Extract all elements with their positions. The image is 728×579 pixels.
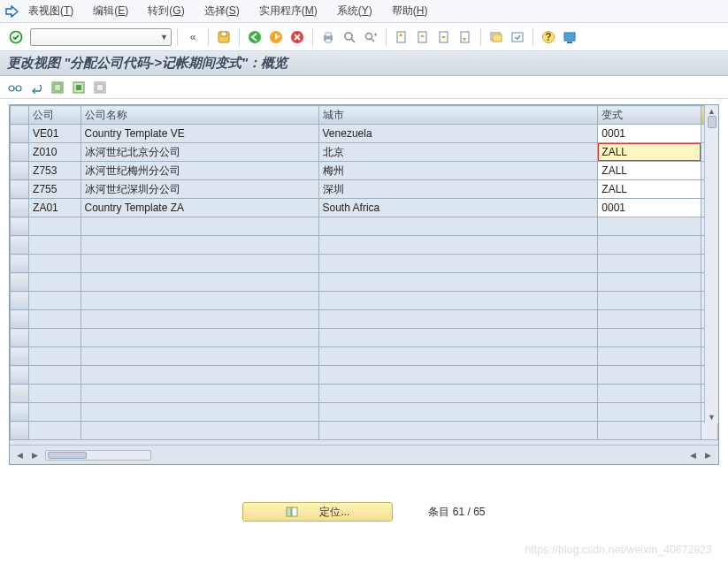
menu-utilities[interactable]: 实用程序(M) [259,4,318,19]
svg-rect-2 [221,32,226,36]
cell-variant[interactable]: ZALL [598,143,701,162]
svg-point-10 [366,33,372,39]
first-page-icon[interactable] [392,27,411,47]
create-session-icon[interactable] [487,27,506,47]
cell-city[interactable]: 深圳 [318,180,598,199]
glasses-icon[interactable] [7,80,23,95]
cell-city[interactable]: Venezuela [318,125,598,143]
table-row[interactable]: Z753 冰河世纪梅州分公司 梅州 ZALL [11,162,718,180]
menu-help[interactable]: 帮助(H) [392,4,428,19]
shortcut-icon[interactable] [508,27,527,47]
undo-icon[interactable] [28,80,44,95]
table-row[interactable]: Z755 冰河世纪深圳分公司 深圳 ZALL [11,180,718,199]
row-selector[interactable] [11,125,29,143]
watermark: https://blog.csdn.net/weixin_40672823 [525,544,712,556]
select-block-icon[interactable] [71,80,87,95]
gui-options-icon[interactable] [560,27,579,47]
row-selector[interactable] [11,180,29,199]
prev-page-icon[interactable] [413,27,433,47]
cancel-icon[interactable] [287,27,307,47]
svg-point-22 [9,86,14,91]
menu-system[interactable]: 系统(Y) [337,4,372,19]
cell-name[interactable]: 冰河世纪深圳分公司 [80,180,318,199]
svg-text:?: ? [545,31,551,43]
col-company[interactable]: 公司 [29,106,80,125]
horizontal-scrollbar[interactable]: ◀ ▶ ◀ ▶ [10,445,718,464]
cell-name[interactable]: Country Template ZA [80,199,318,217]
table-row[interactable]: Z010 冰河世纪北京分公司 北京 ZALL [11,143,718,162]
svg-rect-14 [461,32,469,42]
col-variant[interactable]: 变式 [598,106,701,125]
position-button[interactable]: 定位... [242,502,393,522]
svg-point-9 [345,33,352,40]
cell-code[interactable]: Z010 [29,143,80,162]
select-all-icon[interactable] [50,80,65,95]
back-icon[interactable] [245,27,264,47]
row-selector[interactable] [11,162,29,180]
footer-bar: 定位... 条目 61 / 65 [0,502,728,522]
cell-city[interactable]: 北京 [318,143,598,162]
menu-bar: 表视图(T) 编辑(E) 转到(G) 选择(S) 实用程序(M) 系统(Y) 帮… [0,0,728,23]
svg-point-3 [249,31,261,43]
cell-code[interactable]: ZA01 [29,199,80,217]
menu-select[interactable]: 选择(S) [204,4,240,19]
cell-variant[interactable]: 0001 [598,125,701,143]
table-row-empty [11,366,718,385]
print-icon[interactable] [318,27,338,47]
cell-city[interactable]: 梅州 [318,162,598,180]
table-row-empty [11,273,718,292]
chevron-down-icon: ▼ [160,33,168,42]
exit-icon[interactable] [266,27,286,47]
position-label: 定位... [319,505,349,520]
history-back-button[interactable]: « [183,27,203,47]
hscroll-left2-icon[interactable]: ◀ [688,451,698,460]
cell-variant[interactable]: ZALL [598,162,701,180]
hscroll-right-icon[interactable]: ▶ [30,451,40,460]
scroll-thumb[interactable] [708,116,717,128]
help-icon[interactable]: ? [539,27,558,47]
table-header-row: 公司 公司名称 城市 变式 [11,106,718,125]
menu-edit[interactable]: 编辑(E) [93,4,128,19]
cell-code[interactable]: VE01 [29,125,80,143]
svg-rect-21 [567,42,572,43]
command-field[interactable]: ▼ [30,28,172,46]
find-next-icon[interactable] [361,27,380,47]
vertical-scrollbar[interactable]: ▲ ▼ [704,105,718,423]
hscroll-right2-icon[interactable]: ▶ [703,451,713,460]
last-page-icon[interactable] [456,27,475,47]
cell-variant[interactable]: 0001 [598,199,701,217]
menu-go-icon [5,5,19,18]
table-row[interactable]: VE01 Country Template VE Venezuela 0001 [11,125,718,143]
table-row-empty [11,347,718,366]
table-row-empty [11,310,718,329]
hscroll-track[interactable] [45,450,151,461]
cell-variant[interactable]: ZALL [598,180,701,199]
data-table[interactable]: 公司 公司名称 城市 变式 VE01 Country Template VE V… [10,105,718,440]
cell-code[interactable]: Z753 [29,162,80,180]
deselect-icon[interactable] [92,80,108,95]
table-row[interactable]: ZA01 Country Template ZA South Africa 00… [11,199,718,217]
row-selector-header[interactable] [11,106,29,125]
svg-rect-33 [292,507,297,516]
cell-name[interactable]: 冰河世纪梅州分公司 [80,162,318,180]
save-icon[interactable] [214,27,234,47]
cell-code[interactable]: Z755 [29,180,80,199]
svg-rect-26 [76,85,81,90]
svg-rect-32 [287,507,291,516]
col-city[interactable]: 城市 [318,106,598,125]
cell-city[interactable]: South Africa [318,199,598,217]
menu-table-view[interactable]: 表视图(T) [28,4,73,19]
col-name[interactable]: 公司名称 [80,106,318,125]
cell-name[interactable]: Country Template VE [80,125,318,143]
next-page-icon[interactable] [434,27,454,47]
row-selector[interactable] [11,199,29,217]
enter-icon[interactable] [9,30,23,44]
scroll-down-icon[interactable]: ▼ [708,413,716,422]
scroll-up-icon[interactable]: ▲ [708,107,716,116]
find-icon[interactable] [340,27,359,47]
row-selector[interactable] [11,143,29,162]
svg-rect-11 [397,32,405,42]
cell-name[interactable]: 冰河世纪北京分公司 [80,143,318,162]
menu-goto[interactable]: 转到(G) [148,4,184,19]
hscroll-left-icon[interactable]: ◀ [15,451,25,460]
